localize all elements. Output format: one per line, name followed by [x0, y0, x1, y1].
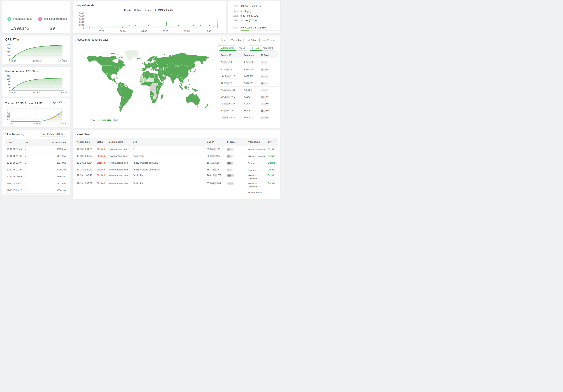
svg-text:17:49:32: 17:49:32 [8, 60, 16, 62]
svg-text:400: 400 [7, 112, 10, 114]
svg-text:200: 200 [7, 116, 10, 119]
svg-text:150: 150 [7, 75, 11, 77]
svg-text:17:49:35: 17:49:35 [33, 122, 41, 125]
svg-text:17:49:35: 17:49:35 [33, 60, 41, 62]
svg-text:17:49:38: 17:49:38 [58, 91, 67, 94]
svg-text:17:49:32: 17:49:32 [7, 122, 15, 125]
svg-text:200: 200 [7, 54, 11, 57]
svg-text:30: 30 [8, 86, 11, 89]
svg-text:16:00: 16:00 [205, 30, 211, 32]
svg-text:3,000: 3,000 [79, 24, 84, 26]
svg-text:300: 300 [7, 114, 10, 116]
svg-text:9,000: 9,000 [79, 18, 84, 20]
svg-text:120: 120 [7, 78, 11, 80]
svg-text:08:00: 08:00 [163, 30, 168, 32]
svg-text:17:49:38: 17:49:38 [58, 122, 67, 125]
svg-text:17:49:35: 17:49:35 [33, 91, 41, 94]
svg-text:800: 800 [7, 44, 11, 46]
svg-text:600: 600 [7, 47, 11, 49]
svg-text:100: 100 [7, 118, 10, 121]
svg-text:04:00: 04:00 [141, 30, 147, 32]
svg-text:90: 90 [8, 81, 11, 83]
svg-text:20:00: 20:00 [99, 30, 104, 32]
svg-text:12,000: 12,000 [77, 15, 84, 17]
svg-text:00:00: 00:00 [120, 30, 126, 32]
svg-text:500: 500 [7, 110, 10, 112]
svg-text:12:00: 12:00 [184, 30, 190, 32]
svg-text:6,000: 6,000 [79, 21, 84, 23]
svg-text:15,000: 15,000 [77, 12, 84, 14]
svg-text:60: 60 [8, 84, 11, 86]
svg-text:0: 0 [83, 27, 84, 29]
svg-text:17:49:32: 17:49:32 [8, 91, 16, 94]
svg-text:17:49:38: 17:49:38 [58, 60, 67, 62]
svg-text:400: 400 [7, 51, 11, 53]
